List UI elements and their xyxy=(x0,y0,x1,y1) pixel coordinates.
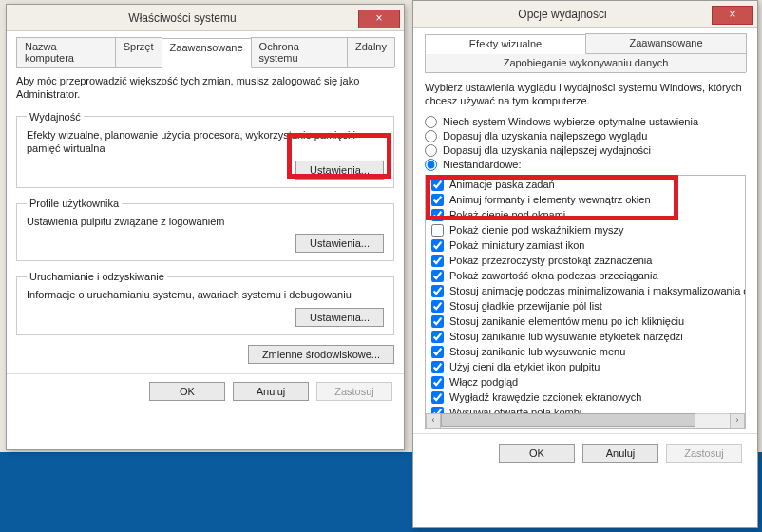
effect-checkbox[interactable] xyxy=(431,209,444,221)
effect-checkbox[interactable] xyxy=(431,315,444,328)
effect-label: Wygładź krawędzie czcionek ekranowych xyxy=(449,391,641,403)
effect-item[interactable]: Pokaż cienie pod oknami xyxy=(429,208,745,223)
close-icon[interactable]: × xyxy=(358,10,400,28)
apply-button[interactable]: Zastosuj xyxy=(316,382,392,401)
radio-option[interactable]: Dopasuj dla uzyskania najlepszego wygląd… xyxy=(425,130,746,142)
effect-checkbox[interactable] xyxy=(431,224,444,237)
performance-settings-button[interactable]: Ustawienia... xyxy=(295,161,384,180)
effect-item[interactable]: Pokaż przezroczysty prostokąt zaznaczeni… xyxy=(429,254,745,269)
effect-item[interactable]: Włącz podgląd xyxy=(429,375,745,390)
effect-item[interactable]: Użyj cieni dla etykiet ikon pulpitu xyxy=(429,360,745,375)
cancel-button[interactable]: Anuluj xyxy=(582,444,658,463)
tabs: Zapobieganie wykonywaniu danych Efekty w… xyxy=(425,33,746,73)
startup-settings-button[interactable]: Ustawienia... xyxy=(295,308,384,327)
window-body: Nazwa komputeraSprzętZaawansowaneOchrona… xyxy=(7,31,404,373)
effect-item[interactable]: Animacje paska zadań xyxy=(429,178,745,193)
effect-checkbox[interactable] xyxy=(431,255,444,267)
close-icon[interactable]: × xyxy=(712,6,753,25)
window-body: Zapobieganie wykonywaniu danych Efekty w… xyxy=(413,28,757,433)
titlebar[interactable]: Właściwości systemu × xyxy=(7,5,404,31)
group-legend: Uruchamianie i odzyskiwanie xyxy=(27,271,167,282)
effect-label: Stosuj animację podczas minimalizowania … xyxy=(449,285,746,296)
effect-checkbox[interactable] xyxy=(431,376,444,389)
effect-label: Użyj cieni dla etykiet ikon pulpitu xyxy=(449,361,600,372)
ok-button[interactable]: OK xyxy=(499,444,575,463)
intro-text: Wybierz ustawienia wyglądu i wydajności … xyxy=(425,81,746,108)
radio-input[interactable] xyxy=(425,116,437,128)
scroll-right-icon[interactable]: › xyxy=(730,413,745,428)
effect-item[interactable]: Stosuj zanikanie elementów menu po ich k… xyxy=(429,314,745,330)
effect-checkbox[interactable] xyxy=(431,270,444,282)
effect-label: Pokaż zawartość okna podczas przeciągani… xyxy=(449,270,658,281)
effect-checkbox[interactable] xyxy=(431,194,444,206)
scroll-thumb[interactable] xyxy=(441,413,695,427)
titlebar[interactable]: Opcje wydajności × xyxy=(413,1,757,28)
effect-label: Pokaż cienie pod oknami xyxy=(449,209,565,220)
tab-zdalny[interactable]: Zdalny xyxy=(347,37,395,67)
effect-checkbox[interactable] xyxy=(431,346,444,358)
effect-checkbox[interactable] xyxy=(431,361,444,373)
effect-label: Pokaż cienie pod wskaźnikiem myszy xyxy=(449,224,623,236)
tab-zaawansowane[interactable]: Zaawansowane xyxy=(585,33,747,53)
radio-input[interactable] xyxy=(425,144,437,157)
radio-option[interactable]: Niestandardowe: xyxy=(425,159,746,171)
dialog-footer: OK Anuluj Zastosuj xyxy=(413,433,757,472)
window-title: Właściwości systemu xyxy=(7,11,358,25)
radio-input[interactable] xyxy=(425,130,437,142)
effect-checkbox[interactable] xyxy=(431,239,444,252)
cancel-button[interactable]: Anuluj xyxy=(233,382,309,401)
effect-label: Stosuj zanikanie lub wysuwanie menu xyxy=(449,346,625,357)
desktop: Właściwości systemu × Nazwa komputeraSpr… xyxy=(0,0,762,532)
window-title: Opcje wydajności xyxy=(413,8,712,21)
radio-label: Dopasuj dla uzyskania najlepszego wygląd… xyxy=(443,130,647,142)
profiles-settings-button[interactable]: Ustawienia... xyxy=(295,234,384,253)
scroll-left-icon[interactable]: ‹ xyxy=(426,413,441,428)
radio-group: Niech system Windows wybierze optymalne … xyxy=(425,116,746,171)
effect-label: Animuj formanty i elementy wewnątrz okie… xyxy=(449,194,651,205)
radio-input[interactable] xyxy=(425,159,437,171)
tabs: Nazwa komputeraSprzętZaawansowaneOchrona… xyxy=(16,37,394,68)
effect-item[interactable]: Pokaż cienie pod wskaźnikiem myszy xyxy=(429,223,745,238)
effect-label: Pokaż przezroczysty prostokąt zaznaczeni… xyxy=(449,255,652,266)
tab-dep[interactable]: Zapobieganie wykonywaniu danych xyxy=(425,53,747,72)
tab-nazwa-komputera[interactable]: Nazwa komputera xyxy=(16,37,116,67)
effect-checkbox[interactable] xyxy=(431,391,444,404)
effect-item[interactable]: Stosuj zanikanie lub wysuwanie menu xyxy=(429,345,745,360)
apply-button[interactable]: Zastosuj xyxy=(666,444,742,463)
radio-option[interactable]: Niech system Windows wybierze optymalne … xyxy=(425,116,746,128)
performance-group: Wydajność Efekty wizualne, planowanie uż… xyxy=(16,111,394,189)
radio-option[interactable]: Dopasuj dla uzyskania najlepszej wydajno… xyxy=(425,144,746,157)
group-text: Efekty wizualne, planowanie użycia proce… xyxy=(27,128,384,156)
group-text: Ustawienia pulpitu związane z logowaniem xyxy=(27,215,384,228)
radio-label: Niech system Windows wybierze optymalne … xyxy=(443,116,698,127)
effect-item[interactable]: Pokaż miniatury zamiast ikon xyxy=(429,238,745,254)
scrollbar-horizontal[interactable]: ‹ › xyxy=(426,413,745,428)
radio-label: Niestandardowe: xyxy=(443,159,522,170)
effect-item[interactable]: Stosuj gładkie przewijanie pól list xyxy=(429,299,745,314)
effect-item[interactable]: Wygładź krawędzie czcionek ekranowych xyxy=(429,390,745,406)
effect-checkbox[interactable] xyxy=(431,179,444,191)
startup-group: Uruchamianie i odzyskiwanie Informacje o… xyxy=(16,271,394,334)
radio-label: Dopasuj dla uzyskania najlepszej wydajno… xyxy=(443,144,651,156)
tab-zaawansowane[interactable]: Zaawansowane xyxy=(162,38,252,68)
effect-label: Stosuj zanikanie elementów menu po ich k… xyxy=(449,315,684,327)
effect-label: Stosuj zanikanie lub wysuwanie etykietek… xyxy=(449,331,683,342)
group-text: Informacje o uruchamianiu systemu, awari… xyxy=(27,288,384,301)
tab-efekty-wizualne[interactable]: Efekty wizualne xyxy=(425,34,586,54)
effect-label: Włącz podgląd xyxy=(449,376,518,388)
tab-sprzęt[interactable]: Sprzęt xyxy=(115,37,162,67)
effect-item[interactable]: Animuj formanty i elementy wewnątrz okie… xyxy=(429,193,745,208)
profiles-group: Profile użytkownika Ustawienia pulpitu z… xyxy=(16,198,394,261)
effects-list[interactable]: Animacje paska zadańAnimuj formanty i el… xyxy=(425,175,746,429)
effect-item[interactable]: Stosuj zanikanie lub wysuwanie etykietek… xyxy=(429,330,745,345)
effect-item[interactable]: Pokaż zawartość okna podczas przeciągani… xyxy=(429,269,745,284)
effect-item[interactable]: Stosuj animację podczas minimalizowania … xyxy=(429,284,745,299)
effect-checkbox[interactable] xyxy=(431,285,444,297)
effect-label: Animacje paska zadań xyxy=(449,179,555,190)
ok-button[interactable]: OK xyxy=(149,382,225,401)
tab-ochrona-systemu[interactable]: Ochrona systemu xyxy=(251,37,348,67)
effect-checkbox[interactable] xyxy=(431,331,444,343)
effect-checkbox[interactable] xyxy=(431,300,444,313)
admin-note: Aby móc przeprowadzić większość tych zmi… xyxy=(16,74,394,102)
env-vars-button[interactable]: Zmienne środowiskowe... xyxy=(248,345,394,364)
